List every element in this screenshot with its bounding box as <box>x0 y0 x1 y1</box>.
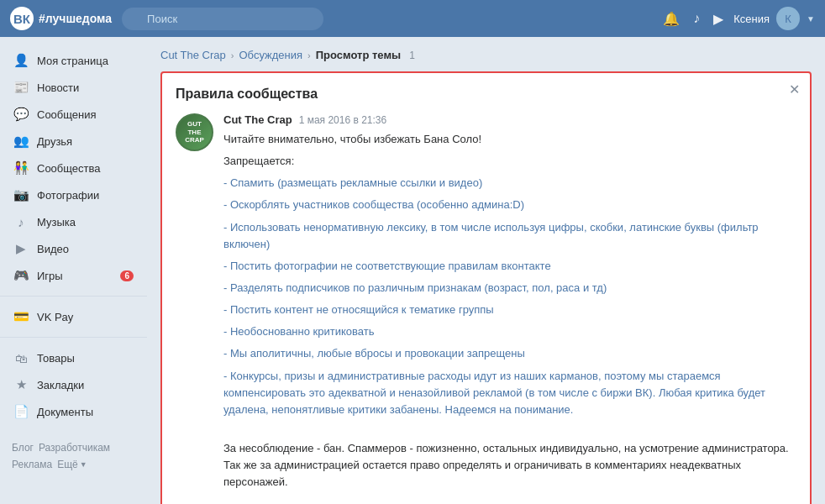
post-line-3: - Спамить (размещать рекламные ссылки и … <box>223 175 796 192</box>
sidebar-item-label: Сообщения <box>37 108 97 121</box>
vk-logo-icon: ВК <box>10 7 34 30</box>
thread-card: Правила сообщества ✕ GUTTHECRAP Cut The … <box>160 71 812 504</box>
post-author[interactable]: Cut The Crap <box>223 113 292 126</box>
post-line-footer: За несоблюдение - бан. Спаммеров - пожиз… <box>223 440 796 491</box>
topbar-user[interactable]: Ксения К ▼ <box>733 7 815 30</box>
group-icon: 👫 <box>13 160 29 176</box>
search-wrap: 🔍 <box>122 8 300 30</box>
sidebar-item-label: VK Pay <box>37 311 73 323</box>
sidebar-item-label: Друзья <box>37 135 72 148</box>
post-line-2: Запрещается: <box>223 153 796 170</box>
post-rule-5: - Разделять подписчиков по различным при… <box>223 281 607 294</box>
games-icon: 🎮 <box>13 268 29 283</box>
post-line-11: - Конкурсы, призы и административные рас… <box>223 368 796 418</box>
topbar-icons: 🔔 ♪ ▶ <box>663 11 723 27</box>
post-line-9: - Необоснованно критиковать <box>223 323 796 340</box>
user-name: Ксения <box>733 13 770 25</box>
post-line-5: - Использовать ненормативную лексику, в … <box>223 219 796 253</box>
post-rule-3: - Использовать ненормативную лексику, в … <box>223 221 759 250</box>
post-rule-8: - Мы аполитичны, любые вбросы и провокац… <box>223 347 525 360</box>
footer-ads[interactable]: Реклама <box>12 459 52 470</box>
post-text: Читайте внимательно, чтобы избежать Бана… <box>223 131 796 491</box>
sidebar-item-news[interactable]: 📰 Новости <box>0 74 147 101</box>
sidebar-item-video[interactable]: ▶ Видео <box>0 235 147 262</box>
wallet-icon: 💳 <box>13 309 29 324</box>
post-rule-6: - Постить контент не относящийся к темат… <box>223 303 494 316</box>
sidebar-item-label: Фотографии <box>37 189 99 202</box>
sidebar-item-label: Сообщества <box>37 162 101 175</box>
thread-post: GUTTHECRAP Cut The Crap 1 мая 2016 в 21:… <box>176 113 796 496</box>
newspaper-icon: 📰 <box>13 80 29 95</box>
post-line-8: - Постить контент не относящийся к темат… <box>223 302 796 318</box>
bag-icon: 🛍 <box>13 350 29 365</box>
sidebar-footer: Блог Разработчикам Реклама Ещё▼ <box>0 438 147 472</box>
sidebar-item-my-page[interactable]: 👤 Моя страница <box>0 47 147 74</box>
post-rule-2: - Оскорблять участников сообщества (особ… <box>223 198 524 211</box>
chevron-down-icon: ▼ <box>807 14 815 24</box>
sidebar-item-communities[interactable]: 👫 Сообщества <box>0 155 147 181</box>
post-rule-4: - Постить фотографии не соответствующие … <box>223 260 551 272</box>
post-rule-7: - Необоснованно критиковать <box>223 325 374 338</box>
post-body: Cut The Crap 1 мая 2016 в 21:36 Читайте … <box>223 113 796 496</box>
doc-icon: 📄 <box>13 404 29 419</box>
video-nav-icon: ▶ <box>13 241 29 256</box>
sidebar-item-label: Товары <box>37 352 75 365</box>
breadcrumb-section[interactable]: Обсуждения <box>239 49 302 61</box>
sidebar-item-label: Документы <box>37 406 93 418</box>
post-line-4: - Оскорблять участников сообщества (особ… <box>223 197 796 213</box>
breadcrumb-sep-1: › <box>231 50 234 60</box>
footer-dev[interactable]: Разработчикам <box>39 442 110 454</box>
sidebar-item-documents[interactable]: 📄 Документы <box>0 398 147 425</box>
post-date: 1 мая 2016 в 21:36 <box>299 114 387 126</box>
breadcrumb: Cut The Crap › Обсуждения › Просмотр тем… <box>160 49 812 61</box>
post-meta: Cut The Crap 1 мая 2016 в 21:36 <box>223 113 796 126</box>
sidebar: 👤 Моя страница 📰 Новости 💬 Сообщения 👥 Д… <box>0 37 147 504</box>
main-content: Cut The Crap › Обсуждения › Просмотр тем… <box>147 37 825 504</box>
post-avatar: GUTTHECRAP <box>176 113 213 151</box>
sidebar-item-label: Моя страница <box>37 55 108 67</box>
topbar: ВК #лучшедома 🔍 🔔 ♪ ▶ Ксения К ▼ <box>0 0 825 37</box>
search-input[interactable] <box>122 8 323 30</box>
sidebar-item-goods[interactable]: 🛍 Товары <box>0 344 147 371</box>
breadcrumb-sep-2: › <box>307 50 311 60</box>
post-rule-1: - Спамить (размещать рекламные ссылки и … <box>223 176 482 189</box>
sidebar-item-messages[interactable]: 💬 Сообщения <box>0 101 147 128</box>
sidebar-item-music[interactable]: ♪ Музыка <box>0 208 147 235</box>
photo-icon: 📷 <box>13 187 29 202</box>
person-icon: 👤 <box>13 53 29 68</box>
sidebar-item-label: Игры <box>37 270 63 282</box>
layout: 👤 Моя страница 📰 Новости 💬 Сообщения 👥 Д… <box>0 37 825 504</box>
footer-more[interactable]: Ещё▼ <box>57 459 87 470</box>
sidebar-divider <box>0 296 147 297</box>
video-icon[interactable]: ▶ <box>713 11 723 27</box>
sidebar-item-label: Новости <box>37 81 79 94</box>
sidebar-item-photos[interactable]: 📷 Фотографии <box>0 181 147 208</box>
sidebar-item-label: Музыка <box>37 216 76 228</box>
footer-blog[interactable]: Блог <box>12 442 34 454</box>
sidebar-item-label: Закладки <box>37 379 84 391</box>
sidebar-item-vkpay[interactable]: 💳 VK Pay <box>0 303 147 330</box>
sidebar-divider-2 <box>0 337 147 338</box>
hashtag-label: #лучшедома <box>39 12 112 25</box>
post-line-1: Читайте внимательно, чтобы избежать Бана… <box>223 131 796 148</box>
sidebar-item-label: Видео <box>37 243 69 255</box>
notifications-icon[interactable]: 🔔 <box>663 11 680 27</box>
breadcrumb-current: Просмотр темы <box>316 49 401 61</box>
people-icon: 👥 <box>13 134 29 149</box>
topbar-logo[interactable]: ВК #лучшедома <box>10 7 112 30</box>
sidebar-item-bookmarks[interactable]: ★ Закладки <box>0 371 147 398</box>
post-rule-9: - Конкурсы, призы и административные рас… <box>223 370 765 416</box>
post-line-6: - Постить фотографии не соответствующие … <box>223 258 796 275</box>
sidebar-item-games[interactable]: 🎮 Игры 6 <box>0 262 147 289</box>
breadcrumb-community[interactable]: Cut The Crap <box>160 49 226 61</box>
avatar-text: GUTTHECRAP <box>185 120 204 144</box>
close-icon[interactable]: ✕ <box>789 81 800 97</box>
post-line-7: - Разделять подписчиков по различным при… <box>223 280 796 297</box>
music-icon[interactable]: ♪ <box>693 11 700 26</box>
post-line-10: - Мы аполитичны, любые вбросы и провокац… <box>223 345 796 362</box>
avatar: К <box>776 7 800 30</box>
sidebar-item-friends[interactable]: 👥 Друзья <box>0 128 147 155</box>
star-icon: ★ <box>13 377 29 392</box>
games-badge: 6 <box>120 270 134 281</box>
chat-icon: 💬 <box>13 107 29 122</box>
